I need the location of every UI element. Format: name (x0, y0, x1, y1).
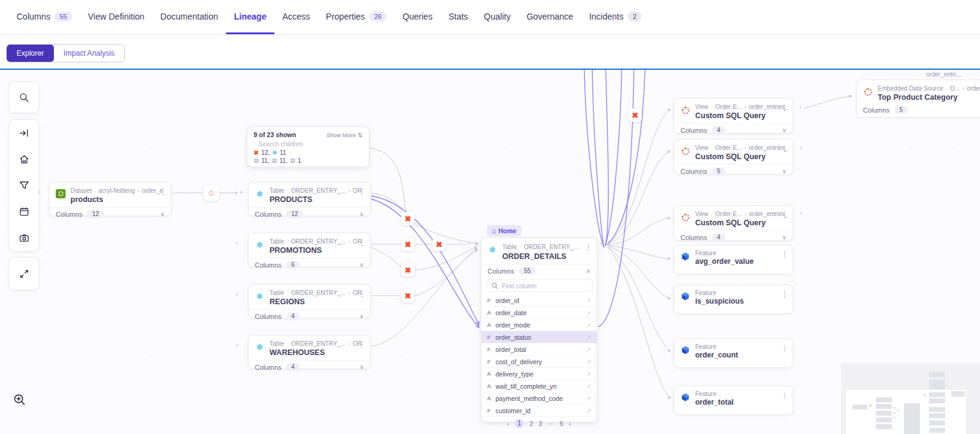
kebab-menu[interactable]: ⋮ (358, 340, 366, 349)
process-x-node[interactable]: ✖ (401, 212, 415, 225)
fullscreen-button[interactable] (9, 261, 39, 287)
column-row-customer-id[interactable]: #customer_id↗ (481, 405, 597, 417)
page-next[interactable]: › (569, 420, 571, 427)
search-button[interactable] (9, 84, 39, 111)
chevron-down-icon[interactable]: ∨ (160, 211, 165, 217)
node-embedded-top-product-category[interactable]: Embedded Data Source·O...›order_entri...… (856, 80, 980, 118)
column-row-order-id[interactable]: #order_id↗ (481, 294, 597, 307)
node-feature-order-count[interactable]: Featureorder_count ⋮ (674, 339, 793, 368)
calendar-button[interactable] (9, 198, 39, 225)
expand-right-chevron[interactable]: › (800, 209, 802, 217)
open-column-icon[interactable]: ↗ (586, 310, 591, 316)
align-right-button[interactable] (9, 120, 39, 146)
open-column-icon[interactable]: ↗ (586, 334, 591, 340)
impact-analysis-mode-button[interactable]: Impact Analysis (54, 45, 124, 62)
kebab-menu[interactable]: ⋮ (358, 187, 366, 196)
column-row-order-total[interactable]: #order_total↗ (481, 343, 597, 356)
node-view-custom-sql-3[interactable]: View·Order E...›order_entries_dashboard … (674, 205, 793, 241)
minimap[interactable] (841, 363, 980, 434)
node-feature-order-total[interactable]: Featureorder_total ⋮ (674, 386, 793, 415)
tab-columns[interactable]: Columns55 (9, 0, 80, 34)
process-x-node[interactable]: ✖ (628, 108, 642, 122)
tab-documentation[interactable]: Documentation (153, 0, 226, 34)
tab-lineage[interactable]: Lineage (226, 0, 274, 34)
tab-governance[interactable]: Governance (519, 0, 581, 34)
open-column-icon[interactable]: ↗ (586, 395, 591, 402)
kebab-menu[interactable]: ⋮ (585, 243, 592, 252)
node-view-custom-sql-2[interactable]: View·Order E...›order_entries_dashboard … (674, 139, 793, 174)
open-column-icon[interactable]: ↗ (586, 408, 591, 414)
tab-view-definition[interactable]: View Definition (80, 0, 153, 34)
snapshot-button[interactable] (9, 225, 39, 251)
kebab-menu[interactable]: ⋮ (781, 290, 788, 299)
tab-incidents[interactable]: Incidents2 (581, 0, 649, 34)
node-table-regions[interactable]: ❄ Table·ORDER_ENTRY_...›ORDER_ENTRY REGI… (248, 284, 371, 318)
collapse-left-chevron[interactable]: ‹ (236, 341, 238, 348)
open-column-icon[interactable]: ↗ (586, 371, 591, 377)
process-x-node[interactable]: ✖ (401, 238, 415, 251)
star-process-node[interactable]: ☆ (203, 185, 219, 201)
home-button[interactable] (9, 146, 39, 173)
open-column-icon[interactable]: ↗ (586, 322, 591, 328)
kebab-menu[interactable]: ⋮ (781, 250, 788, 259)
zoom-in-button[interactable] (12, 392, 27, 410)
node-table-warehouses[interactable]: ❄ Table·ORDER_ENTRY_...›ORDER_ENTRY WARE… (248, 335, 371, 369)
page-1[interactable]: 1 (514, 419, 524, 428)
expand-right-chevron[interactable]: › (240, 188, 243, 195)
kebab-menu[interactable]: ⋮ (781, 103, 788, 112)
kebab-menu[interactable]: ⋮ (781, 391, 788, 400)
chevron-down-icon[interactable]: ∨ (360, 364, 364, 370)
node-table-products[interactable]: ❄ Table·ORDER_ENTRY_...›ORDER_ENTRY PROD… (248, 182, 371, 216)
column-row-payment-method-code[interactable]: Apayment_method_code↗ (481, 392, 597, 405)
page-ellipsis[interactable]: ··· (548, 420, 554, 427)
expand-right-chevron[interactable]: › (468, 239, 470, 247)
column-row-order-mode[interactable]: Aorder_mode↗ (481, 319, 597, 331)
column-row-delivery-type[interactable]: Adelivery_type↗ (481, 368, 597, 380)
column-row-order-date[interactable]: Aorder_date↗ (481, 307, 597, 319)
collapse-left-chevron[interactable]: ‹ (236, 290, 238, 297)
collapse-left-chevron[interactable]: ‹ (236, 239, 238, 246)
kebab-menu[interactable]: ⋮ (159, 187, 167, 196)
chevron-down-icon[interactable]: ∨ (360, 261, 364, 268)
open-column-icon[interactable]: ↗ (586, 383, 591, 389)
kebab-menu[interactable]: ⋮ (781, 344, 788, 353)
tab-stats[interactable]: Stats (440, 0, 476, 34)
show-more-button[interactable]: Show More⇅ (326, 132, 363, 138)
filter-button[interactable] (9, 173, 39, 199)
column-row-wait-till-complete[interactable]: Await_till_complete_yn↗ (481, 380, 597, 392)
node-view-custom-sql-1[interactable]: View·Order E...›order_entries_dashboard … (674, 98, 793, 133)
chevron-down-icon[interactable]: ∨ (360, 313, 364, 320)
page-prev[interactable]: ‹ (507, 420, 510, 427)
node-table-order-details[interactable]: ❄ Table·ORDER_ENTRY_...›ANALYTICS! ORDER… (481, 238, 597, 422)
process-x-node[interactable]: ✖ (432, 238, 446, 251)
open-column-icon[interactable]: ↗ (586, 346, 591, 353)
kebab-menu[interactable]: ⋮ (781, 144, 788, 153)
explorer-mode-button[interactable]: Explorer (7, 45, 54, 62)
page-6[interactable]: 6 (560, 420, 564, 427)
tab-properties[interactable]: Properties26 (318, 0, 394, 34)
node-feature-is-suspicious[interactable]: Featureis_suspicious ⋮ (674, 285, 793, 314)
find-column-input[interactable] (486, 279, 593, 292)
collapse-left-chevron[interactable]: ‹ (600, 239, 602, 247)
chevron-down-icon[interactable]: ∨ (360, 211, 364, 217)
kebab-menu[interactable]: ⋮ (781, 211, 788, 219)
page-2[interactable]: 2 (529, 420, 533, 427)
chevron-up-icon[interactable]: ∧ (586, 268, 590, 274)
tab-access[interactable]: Access (274, 0, 318, 34)
node-feature-avg-order-value[interactable]: Featureavg_order_value ⋮ (674, 245, 793, 274)
column-row-order-status[interactable]: #order_status↗ (481, 331, 597, 343)
node-table-promotions[interactable]: ❄ Table·ORDER_ENTRY_...›ORDER_ENTRY PROM… (248, 233, 371, 267)
open-column-icon[interactable]: ↗ (586, 359, 591, 365)
kebab-menu[interactable]: ⋮ (358, 238, 366, 247)
page-3[interactable]: 3 (538, 420, 542, 427)
column-row-cost-of-delivery[interactable]: #cost_of_delivery↗ (481, 356, 597, 368)
collapse-left-chevron[interactable]: ‹ (799, 103, 802, 110)
search-children-input[interactable] (254, 138, 352, 149)
process-x-node[interactable]: ✖ (401, 289, 415, 302)
chevron-down-icon[interactable]: ∨ (782, 127, 786, 133)
tab-queries[interactable]: Queries (394, 0, 440, 34)
expand-right-chevron[interactable]: › (800, 143, 802, 151)
chevron-down-icon[interactable]: ∨ (782, 234, 786, 241)
process-x-node[interactable]: ✖ (401, 263, 415, 277)
kebab-menu[interactable]: ⋮ (358, 290, 366, 298)
